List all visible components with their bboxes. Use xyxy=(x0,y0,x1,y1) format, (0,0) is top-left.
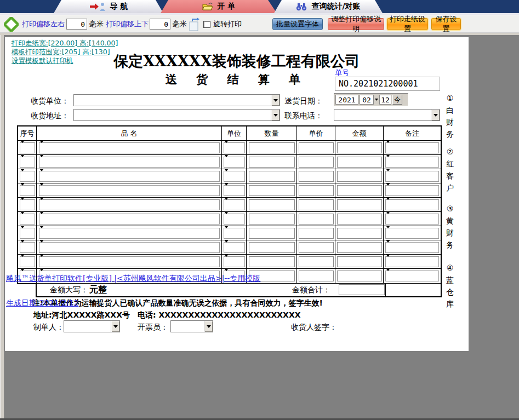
qty-input[interactable] xyxy=(249,142,295,153)
paper-size-link[interactable]: 打印走纸宽:[220.00] 高:[140.00] xyxy=(12,39,118,48)
product-combobox[interactable] xyxy=(39,256,220,267)
maker-value xyxy=(64,321,111,332)
tab-billing[interactable]: 开 单 xyxy=(161,0,277,13)
product-combobox[interactable] xyxy=(39,199,220,210)
remark-combobox[interactable] xyxy=(385,256,439,267)
price-input[interactable] xyxy=(299,271,334,281)
date-month-arrow[interactable] xyxy=(375,99,378,101)
seq-combobox[interactable] xyxy=(20,256,35,267)
amount-input[interactable] xyxy=(337,214,382,225)
price-input[interactable] xyxy=(299,228,334,239)
copy-label-char: 务 xyxy=(446,128,454,140)
paper-setting-button[interactable]: 打印走纸设置 xyxy=(387,18,428,30)
unit-combobox[interactable] xyxy=(224,214,245,225)
price-input[interactable] xyxy=(299,214,334,225)
date-year-field[interactable]: 2021 xyxy=(335,95,358,105)
unit-combobox[interactable] xyxy=(224,228,245,239)
amount-input[interactable] xyxy=(337,199,382,210)
unit-combobox[interactable] xyxy=(224,142,245,153)
seq-combobox[interactable] xyxy=(20,171,35,182)
remark-combobox[interactable] xyxy=(385,228,439,239)
seq-combobox[interactable] xyxy=(20,242,35,253)
save-setting-button[interactable]: 保存设置 xyxy=(431,18,461,30)
remark-combobox[interactable] xyxy=(385,214,439,225)
remark-combobox[interactable] xyxy=(385,171,439,182)
unit-combobox[interactable] xyxy=(224,256,245,267)
item-row xyxy=(18,226,441,240)
col-unit: 单位 xyxy=(222,126,247,141)
price-input[interactable] xyxy=(299,185,334,196)
amount-input[interactable] xyxy=(337,228,382,239)
seq-combobox[interactable] xyxy=(20,142,35,153)
qty-input[interactable] xyxy=(249,171,295,182)
qty-input[interactable] xyxy=(249,214,295,225)
amount-input[interactable] xyxy=(337,157,382,168)
amount-strip-divider xyxy=(385,284,386,296)
seq-combobox[interactable] xyxy=(20,214,35,225)
qty-input[interactable] xyxy=(249,199,295,210)
unit-combobox[interactable] xyxy=(224,171,245,182)
unit-combobox[interactable] xyxy=(224,157,245,168)
qty-input[interactable] xyxy=(249,256,295,267)
unit-combobox[interactable] xyxy=(224,199,245,210)
receiver-combobox[interactable] xyxy=(73,94,280,106)
batch-font-button[interactable]: 批量设置字体 xyxy=(272,18,323,30)
rotate-print-icon xyxy=(189,15,202,33)
amount-input[interactable] xyxy=(337,242,382,253)
order-no-field[interactable]: NO.2021021200001 xyxy=(335,77,440,91)
date-today-button[interactable]: 今 xyxy=(392,95,402,105)
tab-query-stats[interactable]: 查询统计/对账 xyxy=(274,0,383,13)
product-combobox[interactable] xyxy=(39,142,220,153)
tab-navigation[interactable]: 导 航 xyxy=(54,0,163,13)
seq-combobox[interactable] xyxy=(20,157,35,168)
address-combobox[interactable] xyxy=(73,109,280,121)
rotate-print-checkbox[interactable] xyxy=(203,21,210,28)
qty-input[interactable] xyxy=(249,242,295,253)
qty-input[interactable] xyxy=(249,157,295,168)
phone-combo-arrow[interactable] xyxy=(431,110,440,120)
amount-input[interactable] xyxy=(337,171,382,182)
amount-input[interactable] xyxy=(337,142,382,153)
clerk-combobox[interactable] xyxy=(170,320,213,332)
amount-total-input[interactable] xyxy=(339,284,385,295)
price-input[interactable] xyxy=(299,171,334,182)
offset-lr-input[interactable] xyxy=(66,19,87,30)
price-input[interactable] xyxy=(299,142,334,153)
date-month-field[interactable]: 02 xyxy=(360,95,374,105)
remark-combobox[interactable] xyxy=(385,142,439,153)
product-combobox[interactable] xyxy=(39,157,220,168)
product-combobox[interactable] xyxy=(39,242,220,253)
offset-ud-input[interactable] xyxy=(150,19,170,30)
product-combobox[interactable] xyxy=(39,214,220,225)
unit-combobox[interactable] xyxy=(224,242,245,253)
qty-input[interactable] xyxy=(249,228,295,239)
address-combo-arrow[interactable] xyxy=(271,110,280,120)
product-combobox[interactable] xyxy=(39,228,220,239)
unit-combobox[interactable] xyxy=(224,185,245,196)
remark-combobox[interactable] xyxy=(385,157,439,168)
clerk-combo-arrow[interactable] xyxy=(204,321,213,332)
seq-combobox[interactable] xyxy=(20,185,35,196)
remark-combobox[interactable] xyxy=(385,242,439,253)
product-combobox[interactable] xyxy=(39,171,220,182)
offset-help-button[interactable]: 调整打印偏移说明 xyxy=(328,18,384,30)
product-combobox[interactable] xyxy=(39,185,220,196)
price-input[interactable] xyxy=(299,256,334,267)
maker-combo-arrow[interactable] xyxy=(111,321,119,332)
amount-input[interactable] xyxy=(337,271,382,281)
remark-combobox[interactable] xyxy=(385,185,439,196)
price-input[interactable] xyxy=(299,199,334,210)
date-day-field[interactable]: 12 xyxy=(379,95,391,105)
remark-combobox[interactable] xyxy=(385,199,439,210)
receiver-combo-arrow[interactable] xyxy=(271,95,280,106)
amount-input[interactable] xyxy=(337,256,382,267)
qty-input[interactable] xyxy=(249,185,295,196)
seq-combobox[interactable] xyxy=(20,199,35,210)
seq-combobox[interactable] xyxy=(20,228,35,239)
price-input[interactable] xyxy=(299,157,334,168)
amount-input[interactable] xyxy=(337,185,382,196)
remark-combobox[interactable] xyxy=(385,271,439,281)
price-input[interactable] xyxy=(299,242,334,253)
maker-combobox[interactable] xyxy=(64,320,120,332)
phone-combobox[interactable] xyxy=(334,109,440,121)
